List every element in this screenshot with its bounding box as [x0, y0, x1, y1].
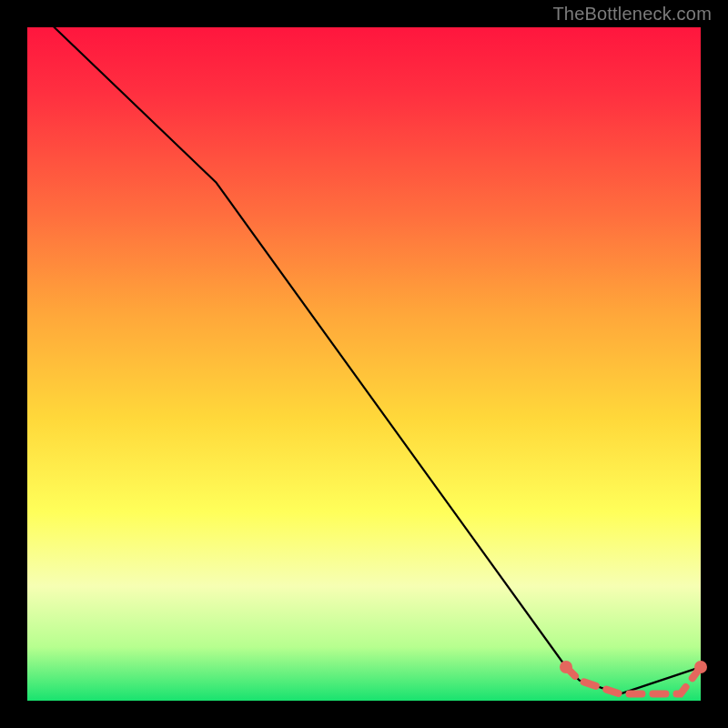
chart-overlay: [27, 27, 701, 701]
main-curve: [55, 27, 701, 694]
series-dot: [694, 661, 707, 673]
chart-stage: TheBottleneck.com: [0, 0, 728, 728]
series-dot: [560, 661, 572, 673]
watermark-label: TheBottleneck.com: [552, 4, 712, 25]
plot-area: [27, 27, 701, 701]
